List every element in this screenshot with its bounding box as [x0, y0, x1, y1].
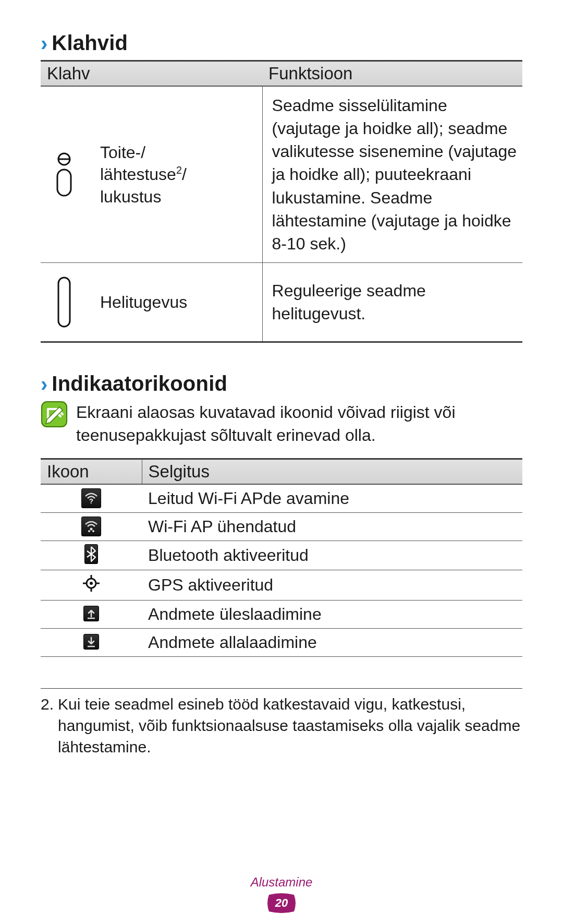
col-header-icon: Ikoon [41, 459, 142, 485]
col-header-key: Klahv [41, 61, 262, 87]
svg-point-8 [90, 582, 93, 585]
key-function-volume: Reguleerige seadme helitugevust. [262, 263, 522, 342]
chevron-right-icon: › [41, 33, 47, 54]
section-heading-indicators: › Indikaatorikoonid [41, 372, 522, 395]
key-label-power: Toite-/ lähtestuse2/ lukustus [100, 141, 187, 208]
table-row: Toite-/ lähtestuse2/ lukustus Seadme sis… [41, 86, 522, 263]
keys-table: Klahv Funktsioon [41, 60, 522, 343]
col-header-function: Funktsioon [262, 61, 522, 87]
note-text: Ekraani alaosas kuvatavad ikoonid võivad… [76, 401, 522, 447]
svg-rect-2 [57, 170, 71, 196]
bluetooth-icon [84, 544, 98, 564]
section-title: Indikaatorikoonid [52, 372, 227, 395]
page-number-badge: 20 [267, 893, 296, 914]
page-footer: Alustamine 20 [41, 875, 522, 924]
note-block: Ekraani alaosas kuvatavad ikoonid võivad… [41, 401, 522, 447]
svg-text:?: ? [89, 497, 93, 505]
table-row: Andmete üleslaadimine [41, 601, 522, 629]
footer-section-name: Alustamine [41, 875, 522, 890]
section-heading-keys: › Klahvid [41, 31, 522, 55]
indicator-desc: Andmete allalaadimine [142, 629, 522, 657]
power-button-icon [41, 152, 88, 198]
note-icon [41, 401, 68, 428]
upload-icon [83, 606, 99, 621]
download-icon [83, 634, 99, 650]
table-row: Bluetooth aktiveeritud [41, 541, 522, 570]
wifi-connected-icon [81, 517, 101, 536]
chevron-right-icon: › [41, 374, 47, 394]
col-header-desc: Selgitus [142, 459, 522, 485]
indicator-desc: Wi-Fi AP ühendatud [142, 513, 522, 541]
svg-point-6 [90, 528, 93, 531]
footnote: 2. Kui teie seadmel esineb tööd katkesta… [41, 694, 522, 758]
indicator-desc: Leitud Wi-Fi APde avamine [142, 484, 522, 513]
table-row: Wi-Fi AP ühendatud [41, 513, 522, 541]
table-row: ? Leitud Wi-Fi APde avamine [41, 484, 522, 513]
footnote-number: 2. [41, 694, 54, 758]
footnote-text: Kui teie seadmel esineb tööd katkestavai… [58, 694, 522, 758]
table-row: GPS aktiveeritud [41, 570, 522, 601]
key-function-power: Seadme sisselülitamine (vajutage ja hoid… [262, 86, 522, 263]
table-row: Andmete allalaadimine [41, 629, 522, 657]
indicators-table: Ikoon Selgitus ? Leitud Wi-Fi APde avami… [41, 458, 522, 657]
footnote-separator [41, 688, 522, 689]
wifi-question-icon: ? [81, 488, 101, 508]
volume-button-icon [41, 273, 88, 331]
indicator-desc: Bluetooth aktiveeritud [142, 541, 522, 570]
indicator-desc: Andmete üleslaadimine [142, 601, 522, 629]
svg-rect-3 [58, 278, 70, 327]
page-number: 20 [275, 896, 288, 910]
indicator-desc: GPS aktiveeritud [142, 570, 522, 601]
key-label-volume: Helitugevus [100, 291, 187, 313]
gps-icon [81, 573, 101, 593]
section-title: Klahvid [52, 31, 128, 55]
table-row: Helitugevus Reguleerige seadme helitugev… [41, 263, 522, 342]
